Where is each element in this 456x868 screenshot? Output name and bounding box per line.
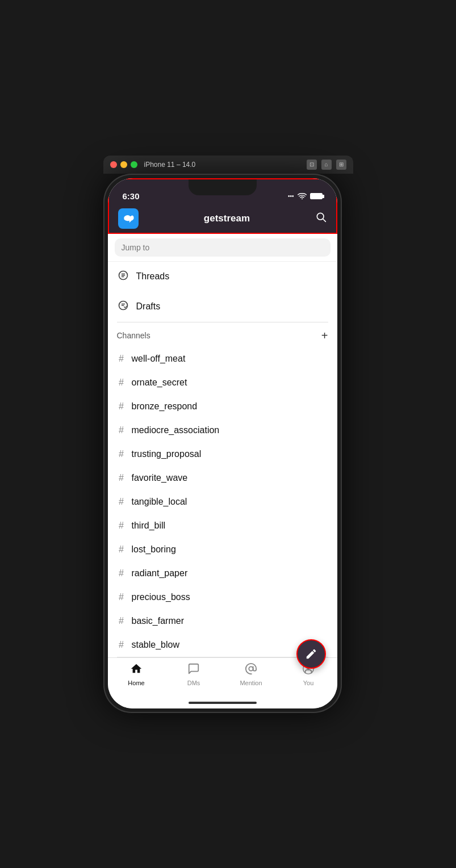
close-button[interactable] xyxy=(110,161,117,168)
channel-item[interactable]: # trusting_proposal xyxy=(108,442,337,466)
mac-titlebar: iPhone 11 – 14.0 ⊡ ⌂ ⊞ xyxy=(103,156,353,174)
channel-item[interactable]: # precious_boss xyxy=(108,585,337,609)
hash-icon: # xyxy=(117,473,126,483)
channel-item[interactable]: # favorite_wave xyxy=(108,466,337,490)
hash-icon: # xyxy=(117,449,126,459)
channel-name: precious_boss xyxy=(132,592,190,602)
channel-item[interactable]: # bronze_respond xyxy=(108,395,337,418)
threads-icon xyxy=(117,270,129,284)
search-bar-container xyxy=(108,234,337,262)
titlebar-icons: ⊡ ⌂ ⊞ xyxy=(307,160,346,170)
battery-icon xyxy=(310,193,323,199)
channel-item[interactable]: # mediocre_association xyxy=(108,418,337,442)
mac-window: iPhone 11 – 14.0 ⊡ ⌂ ⊞ 6:30 ••• xyxy=(103,156,353,713)
channel-name: ornate_secret xyxy=(132,378,187,388)
tab-home[interactable]: Home xyxy=(108,658,165,691)
tab-dms-label: DMs xyxy=(187,680,200,686)
channel-item[interactable]: # lost_boring xyxy=(108,538,337,561)
channel-name: stable_blow xyxy=(132,640,180,650)
svg-line-2 xyxy=(323,219,326,222)
top-highlight: 6:30 ••• xyxy=(108,178,337,234)
hash-icon: # xyxy=(117,616,126,626)
drafts-nav-item[interactable]: Drafts xyxy=(108,292,337,322)
search-icon[interactable] xyxy=(315,211,327,225)
hash-icon: # xyxy=(117,425,126,435)
threads-nav-item[interactable]: Threads xyxy=(108,262,337,292)
svg-point-0 xyxy=(302,198,303,199)
hash-icon: # xyxy=(117,544,126,555)
tab-mention-label: Mention xyxy=(240,680,262,686)
compose-fab-button[interactable] xyxy=(296,639,326,669)
titlebar-icon-2[interactable]: ⌂ xyxy=(321,160,332,170)
channel-name: trusting_proposal xyxy=(132,449,202,459)
mention-icon xyxy=(245,662,257,678)
hash-icon: # xyxy=(117,354,126,364)
channel-item[interactable]: # radiant_paper xyxy=(108,561,337,585)
app-header: getstream xyxy=(109,204,336,233)
traffic-lights xyxy=(110,161,137,168)
hash-icon: # xyxy=(117,568,126,578)
home-bar xyxy=(108,698,337,708)
threads-label: Threads xyxy=(136,271,170,282)
drafts-icon xyxy=(117,300,129,314)
channel-name: well-off_meat xyxy=(132,354,186,364)
add-channel-button[interactable]: + xyxy=(321,329,328,342)
dms-icon xyxy=(187,662,200,678)
titlebar-icon-3[interactable]: ⊞ xyxy=(336,160,346,170)
hash-icon: # xyxy=(117,497,126,507)
channels-header: Channels + xyxy=(108,322,337,347)
channel-name: lost_boring xyxy=(132,544,176,555)
channel-name: basic_farmer xyxy=(132,616,184,626)
status-time: 6:30 xyxy=(123,191,140,201)
hash-icon: # xyxy=(117,521,126,531)
drafts-label: Drafts xyxy=(136,301,161,312)
jump-to-input[interactable] xyxy=(115,238,331,257)
titlebar-icon-1[interactable]: ⊡ xyxy=(307,160,317,170)
channel-name: favorite_wave xyxy=(132,473,188,483)
app-title: getstream xyxy=(204,213,250,224)
fullscreen-button[interactable] xyxy=(131,161,137,168)
channel-name: bronze_respond xyxy=(132,401,198,412)
hash-icon: # xyxy=(117,378,126,388)
notch xyxy=(189,179,257,195)
phone-frame: 6:30 ••• xyxy=(103,174,342,713)
status-icons: ••• xyxy=(288,192,323,201)
svg-point-5 xyxy=(249,666,253,670)
hash-icon: # xyxy=(117,640,126,650)
channels-section-title: Channels xyxy=(117,331,150,340)
tab-home-label: Home xyxy=(128,680,144,686)
tab-you-label: You xyxy=(303,680,314,686)
channel-item[interactable]: # tangible_local xyxy=(108,490,337,514)
minimize-button[interactable] xyxy=(120,161,127,168)
main-content: Threads Drafts xyxy=(108,262,337,657)
signal-dots-icon: ••• xyxy=(288,193,294,199)
phone-content-area: Threads Drafts xyxy=(108,262,337,708)
hash-icon: # xyxy=(117,592,126,602)
window-title: iPhone 11 – 14.0 xyxy=(144,161,307,169)
tab-mention[interactable]: Mention xyxy=(223,658,280,691)
channel-item[interactable]: # well-off_meat xyxy=(108,347,337,371)
app-logo[interactable] xyxy=(118,208,139,229)
hash-icon: # xyxy=(117,401,126,412)
channel-item[interactable]: # basic_farmer xyxy=(108,609,337,633)
tab-dms[interactable]: DMs xyxy=(165,658,223,691)
status-bar: 6:30 ••• xyxy=(109,179,336,204)
fab-container xyxy=(296,639,326,669)
wifi-icon xyxy=(298,192,307,201)
channel-item[interactable]: # third_bill xyxy=(108,514,337,538)
channel-name: tangible_local xyxy=(132,497,187,507)
phone-inner: 6:30 ••• xyxy=(108,178,337,708)
channel-name: mediocre_association xyxy=(132,425,220,435)
home-icon xyxy=(130,662,143,678)
channel-item[interactable]: # ornate_secret xyxy=(108,371,337,395)
channel-name: third_bill xyxy=(132,521,166,531)
home-indicator xyxy=(189,702,257,704)
phone-screen: 6:30 ••• xyxy=(108,178,337,708)
channel-name: radiant_paper xyxy=(132,568,188,578)
